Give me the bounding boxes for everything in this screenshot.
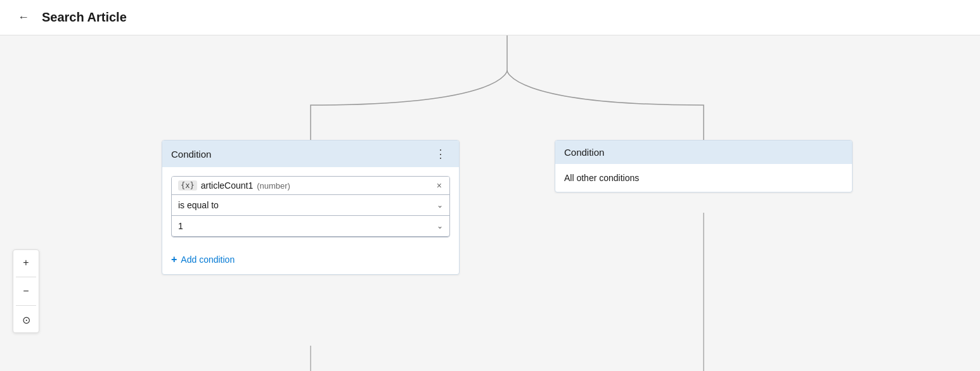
- connector-lines: [0, 35, 980, 371]
- zoom-out-button[interactable]: −: [16, 281, 36, 301]
- condition-title-left: Condition: [171, 149, 211, 160]
- value-label: 1: [178, 221, 183, 231]
- all-other-conditions-text: All other conditions: [555, 164, 852, 192]
- zoom-divider: [16, 277, 36, 277]
- flow-canvas: Condition ⋮ {x} articleCount1 (number) ×…: [0, 35, 980, 371]
- condition-body-left: {x} articleCount1 (number) × is equal to…: [162, 167, 459, 246]
- value-dropdown[interactable]: 1 ⌄: [172, 216, 449, 237]
- value-chevron-icon: ⌄: [437, 222, 443, 230]
- variable-close-button[interactable]: ×: [435, 180, 443, 191]
- zoom-controls: + − ⊙: [13, 249, 39, 333]
- variable-type: (number): [257, 181, 290, 191]
- condition-title-right: Condition: [564, 147, 604, 158]
- back-button[interactable]: ←: [13, 8, 34, 27]
- condition-menu-button-left[interactable]: ⋮: [431, 147, 450, 161]
- variable-tag[interactable]: {x} articleCount1 (number) ×: [172, 177, 449, 195]
- operator-label: is equal to: [178, 200, 219, 210]
- operator-chevron-icon: ⌄: [437, 201, 443, 210]
- page-title: Search Article: [42, 10, 127, 25]
- variable-icon: {x}: [178, 180, 197, 191]
- add-condition-button[interactable]: + Add condition: [162, 246, 243, 274]
- zoom-reset-button[interactable]: ⊙: [16, 310, 36, 330]
- zoom-in-button[interactable]: +: [16, 253, 36, 273]
- operator-dropdown[interactable]: is equal to ⌄: [172, 195, 449, 216]
- condition-header-right: Condition: [555, 141, 852, 164]
- condition-card-left: Condition ⋮ {x} articleCount1 (number) ×…: [162, 140, 460, 275]
- variable-name: articleCount1: [201, 180, 254, 191]
- plus-icon: +: [171, 254, 177, 265]
- condition-header-left: Condition ⋮: [162, 141, 459, 167]
- condition-card-right: Condition All other conditions: [555, 140, 853, 192]
- app-header: ← Search Article: [0, 0, 980, 35]
- add-condition-label: Add condition: [181, 255, 235, 265]
- zoom-divider-2: [16, 305, 36, 306]
